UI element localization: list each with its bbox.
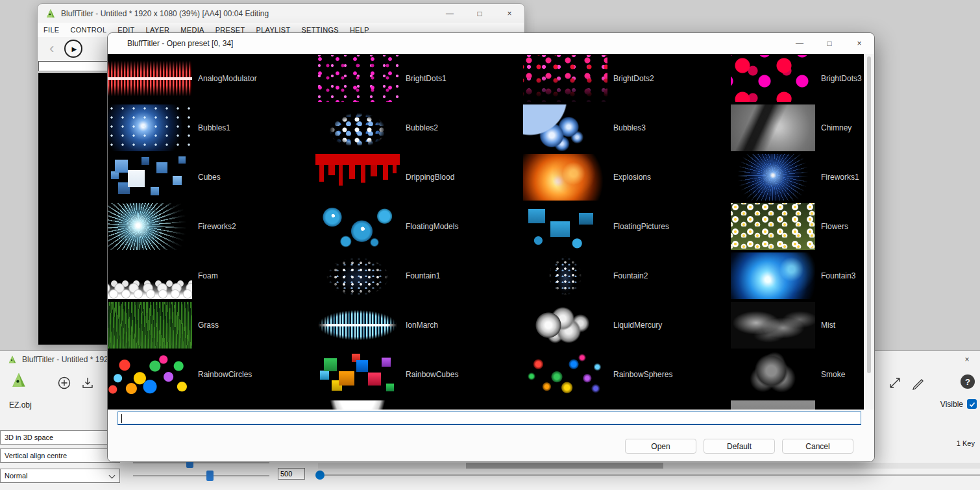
play-icon: ▶ <box>71 45 77 53</box>
preset-item[interactable]: RainbowCubes <box>315 350 523 399</box>
preset-item[interactable]: Bubbles2 <box>315 103 523 153</box>
preset-label: LiquidMercury <box>613 321 662 330</box>
select-value: Normal <box>5 472 27 480</box>
preset-item[interactable] <box>108 399 315 410</box>
timeline-scrollbar[interactable] <box>318 463 980 469</box>
preset-item[interactable]: BrightDots3 <box>731 54 864 103</box>
preset-label: BrightDots1 <box>406 74 447 83</box>
open-button[interactable]: Open <box>625 439 696 454</box>
close-button[interactable]: × <box>954 351 980 368</box>
minimize-button[interactable]: — <box>435 4 465 23</box>
preset-item[interactable]: DrippingBlood <box>315 153 523 202</box>
pencil-icon[interactable] <box>911 376 925 390</box>
preset-label: Bubbles1 <box>198 123 230 132</box>
text-caret <box>121 414 122 423</box>
preset-item[interactable]: Chimney <box>731 103 864 153</box>
value-input[interactable] <box>278 468 305 480</box>
preset-item[interactable]: BrightDots2 <box>523 54 731 103</box>
preset-item[interactable]: Flowers <box>731 202 864 251</box>
preset-item[interactable]: Bubbles3 <box>523 103 731 153</box>
preset-item[interactable]: LiquidMercury <box>523 300 731 350</box>
resize-diagonal-icon[interactable] <box>888 376 902 390</box>
preset-label: Chimney <box>821 123 851 132</box>
preset-item[interactable]: Fountain2 <box>523 251 731 300</box>
preset-label: Mist <box>821 321 835 330</box>
minimize-button[interactable]: — <box>785 33 815 54</box>
preset-label: Fireworks1 <box>821 173 859 182</box>
play-button[interactable]: ▶ <box>64 40 82 58</box>
visible-checkbox[interactable] <box>967 399 977 409</box>
preset-item[interactable]: Cubes <box>108 153 315 202</box>
close-button[interactable]: × <box>495 4 524 23</box>
preset-item[interactable]: Foam <box>108 251 315 300</box>
preset-label: RainbowCircles <box>198 370 252 379</box>
preset-thumbnail <box>523 252 607 299</box>
open-preset-dialog: BluffTitler - Open preset [0, 34] — □ × … <box>107 32 875 462</box>
import-button[interactable] <box>80 376 95 390</box>
preset-item[interactable]: Explosions <box>523 153 731 202</box>
align-mode-select[interactable]: Vertical align centre <box>0 448 120 463</box>
menu-item[interactable]: CONTROL <box>70 26 106 34</box>
preset-thumbnail <box>108 55 192 102</box>
maximize-button[interactable]: □ <box>465 4 495 23</box>
preset-thumbnail <box>315 203 400 250</box>
preset-filter-input[interactable] <box>117 411 861 425</box>
time-slider-track[interactable] <box>322 474 980 476</box>
preset-item[interactable]: Grass <box>108 300 315 350</box>
preset-item[interactable] <box>731 399 864 410</box>
preset-grid: AnalogModulator BrightDots1 BrightDots2 … <box>108 54 864 410</box>
dialog-scrollbar-thumb[interactable] <box>867 56 871 373</box>
preset-item[interactable]: BrightDots1 <box>315 54 523 103</box>
window-controls: — □ × <box>785 33 874 54</box>
preset-item[interactable]: Fountain3 <box>731 251 864 300</box>
preset-item[interactable] <box>315 399 523 410</box>
dialog-titlebar[interactable]: BluffTitler - Open preset [0, 34] — □ × <box>108 33 874 54</box>
preset-label: Bubbles2 <box>406 123 438 132</box>
help-button[interactable]: ? <box>961 374 975 389</box>
maximize-button[interactable]: □ <box>815 33 844 54</box>
preset-thumbnail <box>523 302 607 349</box>
preset-item[interactable]: RainbowSpheres <box>523 350 731 399</box>
preset-item[interactable]: Fountain1 <box>315 251 523 300</box>
preset-label: Bubbles3 <box>613 123 646 132</box>
preset-item[interactable]: Fireworks1 <box>731 153 864 202</box>
style-select[interactable]: Normal <box>0 469 120 483</box>
dialog-scrollbar[interactable] <box>864 54 874 410</box>
preset-item[interactable]: Fireworks2 <box>108 202 315 251</box>
preset-thumbnail <box>731 351 815 398</box>
preset-item[interactable]: IonMarch <box>315 300 523 350</box>
main-titlebar[interactable]: BluffTitler - Untitled * 1920 x 1080 (39… <box>38 4 524 23</box>
preset-thumbnail <box>315 302 400 349</box>
preset-item[interactable]: Smoke <box>731 350 864 399</box>
default-button[interactable]: Default <box>704 439 775 454</box>
preset-item[interactable] <box>523 399 731 410</box>
menu-item[interactable]: FILE <box>43 26 59 34</box>
preset-item[interactable]: FloatingModels <box>315 202 523 251</box>
help-icon: ? <box>965 377 970 387</box>
preset-label: BrightDots3 <box>821 74 862 83</box>
preset-thumbnail <box>315 351 400 398</box>
preset-label: DrippingBlood <box>406 173 454 182</box>
close-button[interactable]: × <box>844 33 874 54</box>
slider-track-upper[interactable] <box>133 462 269 463</box>
preset-item[interactable]: AnalogModulator <box>108 54 315 103</box>
preset-thumbnail <box>523 104 607 151</box>
preset-item[interactable]: Mist <box>731 300 864 350</box>
cancel-button[interactable]: Cancel <box>782 439 853 454</box>
preset-label: Flowers <box>821 222 848 231</box>
slider-handle-lower[interactable] <box>206 471 214 481</box>
timeline-scrollbar-thumb[interactable] <box>466 463 663 469</box>
preset-thumbnail <box>108 400 192 410</box>
select-value: 3D in 3D space <box>5 434 53 441</box>
preset-item[interactable]: Bubbles1 <box>108 103 315 153</box>
position-mode-select[interactable]: 3D in 3D space <box>0 430 120 445</box>
preset-label: Cubes <box>198 173 221 182</box>
preset-item[interactable]: RainbowCircles <box>108 350 315 399</box>
slider-track-lower[interactable] <box>133 475 269 476</box>
preset-label: Explosions <box>613 173 651 182</box>
blufftitler-logo-icon <box>45 8 56 19</box>
bottom-window-title: BluffTitler - Untitled * 1920 <box>22 355 112 364</box>
preset-item[interactable]: FloatingPictures <box>523 202 731 251</box>
add-layer-button[interactable] <box>57 376 71 390</box>
time-slider-handle[interactable] <box>315 471 325 480</box>
